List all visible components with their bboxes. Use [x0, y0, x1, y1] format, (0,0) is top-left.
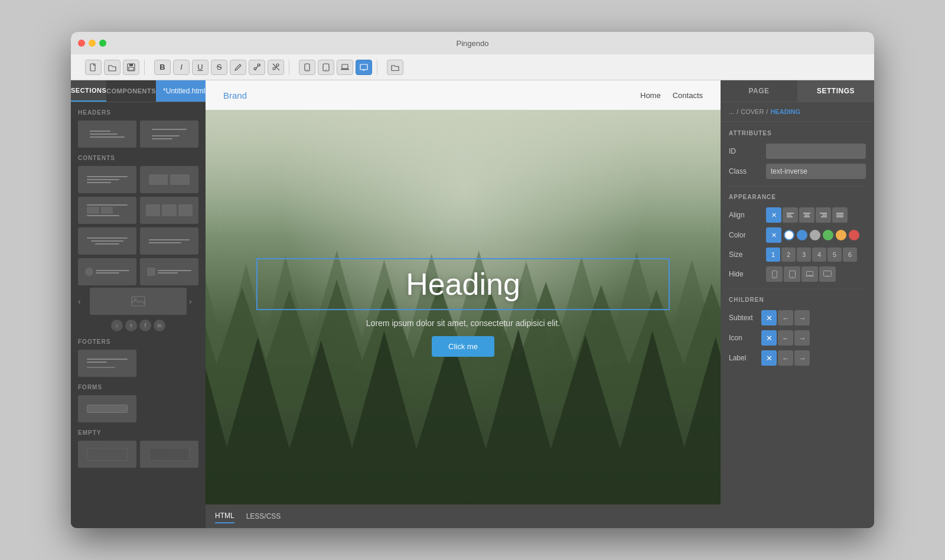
label-move-right-btn[interactable]: → — [794, 350, 810, 366]
size-4-btn[interactable]: 4 — [812, 248, 826, 262]
form-thumb-1[interactable] — [78, 395, 136, 422]
color-blue[interactable] — [797, 230, 807, 240]
empty-thumb-2[interactable] — [140, 441, 198, 468]
hide-laptop-btn[interactable] — [801, 266, 818, 282]
heading-text: Heading — [281, 266, 645, 302]
subtext-child-label: Subtext — [729, 314, 761, 322]
preview-hero[interactable]: Heading Lorem ipsum dolor sit amet, cons… — [206, 110, 721, 504]
pen-tool-button[interactable] — [230, 60, 246, 75]
subtext-remove-btn[interactable]: ✕ — [761, 310, 777, 325]
color-red[interactable] — [849, 230, 859, 240]
size-1-btn[interactable]: 1 — [766, 248, 780, 262]
carousel-preview[interactable] — [90, 288, 187, 315]
tab-components[interactable]: COMPONENTS — [106, 80, 156, 102]
empty-thumb-1[interactable] — [78, 441, 136, 468]
subtext-move-right-btn[interactable]: → — [794, 310, 810, 325]
breadcrumb-cover[interactable]: COVER — [741, 108, 764, 115]
hero-content: Heading Lorem ipsum dolor sit amet, cons… — [256, 258, 670, 357]
thumb-line — [96, 270, 129, 271]
header-thumb-2[interactable] — [140, 121, 198, 148]
icon-move-left-btn[interactable]: ← — [778, 330, 793, 346]
id-input[interactable] — [766, 144, 866, 159]
label-child-label: Label — [729, 354, 761, 362]
label-remove-btn[interactable]: ✕ — [761, 350, 777, 366]
size-6-btn[interactable]: 6 — [843, 248, 857, 262]
carousel-left-arrow[interactable]: ‹ — [78, 297, 87, 306]
italic-button[interactable]: I — [173, 60, 190, 75]
unlink-button[interactable] — [268, 60, 284, 75]
open-file-button[interactable] — [104, 60, 120, 75]
content-thumb-6[interactable] — [140, 227, 198, 255]
contents-grid — [78, 166, 198, 285]
appearance-header: APPEARANCE — [729, 194, 866, 200]
bottom-tab-html[interactable]: HTML — [215, 509, 234, 523]
close-button[interactable] — [78, 40, 85, 47]
hide-mobile-btn[interactable] — [766, 266, 783, 282]
header-thumb-1[interactable] — [78, 121, 136, 148]
thumb-line — [87, 215, 119, 216]
laptop-preview-button[interactable] — [337, 60, 353, 75]
svg-rect-13 — [342, 64, 348, 69]
forms-label: FORMS — [78, 384, 198, 390]
social-icon-linkedin[interactable]: in — [154, 320, 165, 331]
class-row: Class — [729, 164, 866, 179]
align-btn-right[interactable] — [816, 207, 831, 223]
minimize-button[interactable] — [89, 40, 96, 47]
content-thumb-5[interactable] — [78, 227, 136, 255]
color-green[interactable] — [823, 230, 833, 240]
size-5-btn[interactable]: 5 — [827, 248, 842, 262]
align-btn-clear[interactable]: ✕ — [766, 207, 781, 223]
sidebar-tabs: SECTIONS COMPONENTS *Untitled.html ✕ — [71, 80, 206, 102]
new-file-button[interactable] — [85, 60, 102, 75]
social-icon-circle[interactable]: ○ — [111, 320, 123, 331]
social-icon-twitter[interactable]: t — [125, 320, 137, 331]
color-orange[interactable] — [836, 230, 846, 240]
save-file-button[interactable] — [123, 60, 139, 75]
heading-element[interactable]: Heading — [256, 258, 670, 310]
tab-sections[interactable]: SECTIONS — [71, 80, 106, 102]
content-thumb-1[interactable] — [78, 166, 136, 193]
desktop-preview-button[interactable] — [356, 60, 372, 75]
color-white[interactable] — [784, 230, 794, 240]
link-button[interactable] — [249, 60, 265, 75]
right-panel-content: ATTRIBUTES ID Class APPEARANCE Align ✕ — [721, 122, 874, 528]
label-move-left-btn[interactable]: ← — [778, 350, 793, 366]
mobile-preview-button[interactable] — [299, 60, 315, 75]
align-btn-left[interactable] — [783, 207, 798, 223]
icon-move-right-btn[interactable]: → — [794, 330, 810, 346]
cta-button[interactable]: Click me — [432, 336, 494, 357]
tablet-preview-button[interactable] — [318, 60, 334, 75]
color-gray[interactable] — [810, 230, 820, 240]
class-input[interactable] — [766, 164, 866, 179]
bold-button[interactable]: B — [154, 60, 171, 75]
subtext-move-left-btn[interactable]: ← — [778, 310, 793, 325]
thumb-line — [95, 243, 120, 245]
maximize-button[interactable] — [99, 40, 106, 47]
color-clear-btn[interactable]: ✕ — [766, 227, 781, 243]
strikethrough-button[interactable]: S — [211, 60, 227, 75]
social-icon-facebook[interactable]: f — [139, 320, 151, 331]
folder-button[interactable] — [387, 60, 403, 75]
content-thumb-3[interactable] — [78, 197, 136, 224]
content-thumb-2[interactable] — [140, 166, 198, 193]
hide-desktop-btn[interactable] — [819, 266, 836, 282]
tab-page[interactable]: PAGE — [721, 80, 797, 102]
hide-tablet-btn[interactable] — [784, 266, 800, 282]
content-thumb-8[interactable] — [140, 258, 198, 285]
footer-thumb-1[interactable] — [78, 350, 136, 377]
content-thumb-7[interactable] — [78, 258, 136, 285]
align-btn-justify[interactable] — [832, 207, 848, 223]
bottom-tab-css[interactable]: LESS/CSS — [246, 510, 281, 523]
size-2-btn[interactable]: 2 — [781, 248, 796, 262]
thumb-input — [87, 405, 128, 413]
carousel-right-arrow[interactable]: › — [189, 297, 198, 306]
align-btn-center[interactable] — [799, 207, 814, 223]
color-row: Color ✕ — [729, 227, 866, 243]
text-format-tools: B I U S — [149, 60, 289, 75]
icon-remove-btn[interactable]: ✕ — [761, 330, 777, 346]
tab-settings[interactable]: SETTINGS — [797, 80, 874, 102]
size-3-btn[interactable]: 3 — [797, 248, 811, 262]
thumb-avatar — [85, 268, 93, 276]
content-thumb-4[interactable] — [140, 197, 198, 224]
underline-button[interactable]: U — [192, 60, 208, 75]
